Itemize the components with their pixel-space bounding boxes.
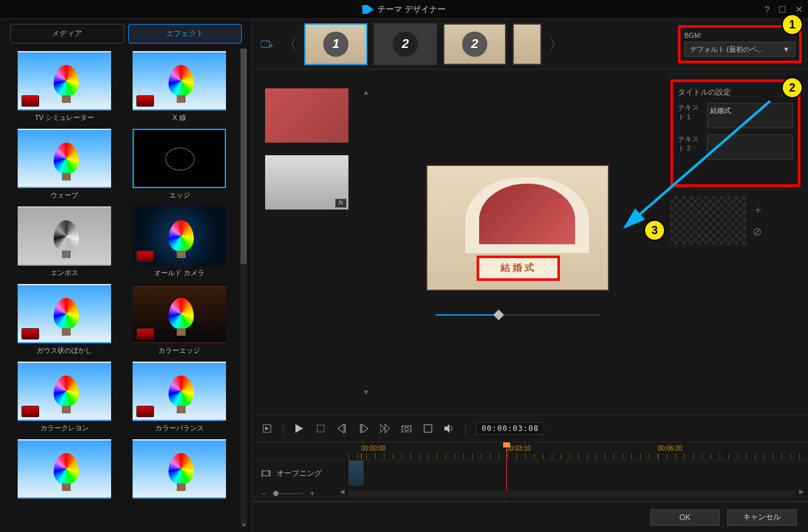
bgm-dropdown[interactable]: デフォルト (最初のペ... ▼ (684, 42, 795, 57)
scroll-up-icon[interactable]: ▲ (363, 88, 370, 96)
svg-marker-18 (444, 424, 449, 433)
svg-marker-6 (265, 427, 269, 430)
help-button[interactable]: ? (764, 4, 769, 15)
timeline-clip[interactable] (348, 461, 364, 486)
svg-marker-9 (338, 424, 344, 433)
timecode-display[interactable]: 00:00:03:08 (476, 422, 544, 435)
right-panel: + 〈 1 2 2 〉 BGM: デフォルト (最初のペ... ▼ 1 (252, 19, 808, 532)
title-settings-heading: タイトルの設定 (678, 87, 793, 98)
svg-rect-17 (424, 425, 432, 432)
timeline: 00:00:00 00:03:10 00:06:20 オープニング (252, 442, 808, 502)
svg-marker-13 (380, 424, 384, 433)
left-panel: メディア エフェクト TV シミュレーター X 線 ウェーブ エッジ エンボス … (0, 19, 252, 532)
strip-slide[interactable] (513, 23, 542, 65)
timeline-ruler[interactable]: 00:00:00 00:03:10 00:06:20 (348, 442, 808, 460)
window-title: テーマ デザイナー (377, 4, 446, 15)
source-clip[interactable] (265, 88, 348, 143)
effect-thumb[interactable] (18, 362, 111, 421)
callout-2: 2 (781, 77, 803, 98)
effect-thumb[interactable] (133, 284, 226, 343)
source-clip[interactable]: fx (265, 155, 348, 210)
close-button[interactable]: ✕ (795, 4, 803, 15)
bgm-panel: BGM: デフォルト (最初のペ... ▼ 1 (678, 25, 802, 63)
progress-slider[interactable] (436, 310, 600, 320)
scroll-down-icon[interactable]: ▼ (363, 388, 370, 396)
effect-thumb[interactable] (133, 51, 226, 110)
bg-preview-checker[interactable] (670, 196, 746, 245)
title-settings-panel: タイトルの設定 テキスト 1 結婚式 テキスト 2 2 (670, 80, 800, 187)
text1-label: テキスト 1 (678, 103, 703, 128)
effect-scrollbar[interactable]: ▲ ▼ (241, 49, 247, 527)
remove-bg-button[interactable]: ⊘ (752, 225, 764, 239)
text1-input[interactable]: 結婚式 (707, 103, 793, 128)
text2-input[interactable] (707, 134, 793, 160)
effect-thumb[interactable] (18, 51, 111, 110)
snapshot-icon[interactable] (401, 423, 412, 434)
effect-thumb[interactable] (18, 284, 111, 343)
volume-icon[interactable] (444, 423, 455, 434)
track-name: オープニング (276, 468, 322, 479)
svg-marker-14 (385, 424, 389, 433)
effect-thumb[interactable] (18, 439, 111, 499)
svg-point-23 (273, 491, 278, 496)
fx-badge-icon: fx (335, 199, 347, 208)
effect-thumb[interactable] (133, 206, 226, 266)
callout-3: 3 (644, 220, 665, 241)
svg-rect-2 (261, 41, 270, 47)
svg-marker-1 (367, 5, 374, 14)
play-icon[interactable] (294, 423, 305, 434)
svg-point-16 (405, 427, 408, 431)
strip-prev-arrow[interactable]: 〈 (279, 35, 300, 54)
strip-slide[interactable]: 1 (304, 23, 367, 65)
track-icon (261, 470, 271, 477)
preview-canvas: 結婚式 (426, 165, 609, 291)
fullscreen-icon[interactable] (422, 423, 434, 434)
strip-slide[interactable]: 2 (443, 23, 506, 65)
cancel-button[interactable]: キャンセル (727, 509, 797, 526)
effect-thumb[interactable] (18, 206, 111, 266)
zoom-in-button[interactable]: + (310, 489, 314, 498)
clip-vertical-scroll[interactable]: ▲ ▼ (360, 69, 372, 415)
strip-next-arrow[interactable]: 〉 (545, 35, 567, 54)
effect-grid: TV シミュレーター X 線 ウェーブ エッジ エンボス オールド カメラ ガウ… (5, 49, 239, 527)
callout-1: 1 (781, 14, 803, 35)
maximize-button[interactable]: ☐ (778, 4, 787, 15)
strip-slide[interactable]: 2 (374, 23, 437, 65)
ok-button[interactable]: OK (650, 509, 720, 526)
zoom-out-button[interactable]: − (261, 489, 266, 498)
svg-rect-8 (317, 425, 324, 432)
track-body[interactable] (348, 461, 808, 486)
tab-effects[interactable]: エフェクト (128, 24, 242, 44)
timeline-hscroll[interactable] (348, 490, 795, 497)
chevron-down-icon: ▼ (783, 45, 790, 53)
preview-title-banner[interactable]: 結婚式 (477, 256, 560, 281)
play-in-icon[interactable] (261, 423, 273, 434)
svg-marker-12 (362, 424, 368, 433)
effect-thumb-selected[interactable] (133, 129, 226, 188)
bgm-label: BGM: (684, 32, 795, 39)
zoom-slider[interactable] (272, 491, 304, 496)
svg-rect-0 (362, 5, 367, 14)
playback-controls: 00:00:03:08 (252, 415, 808, 442)
effect-thumb[interactable] (18, 129, 111, 188)
fast-fwd-icon[interactable] (379, 423, 391, 434)
effect-thumb[interactable] (133, 439, 226, 499)
effect-thumb[interactable] (133, 362, 226, 421)
tab-media[interactable]: メディア (10, 24, 124, 44)
step-fwd-icon[interactable] (358, 423, 369, 434)
svg-text:+: + (270, 42, 273, 49)
text2-label: テキスト 2 (678, 134, 703, 160)
add-bg-button[interactable]: ＋ (752, 202, 764, 217)
stop-icon[interactable] (315, 423, 326, 434)
svg-marker-7 (295, 424, 303, 433)
app-logo-icon (362, 5, 374, 14)
step-back-icon[interactable] (336, 423, 348, 434)
titlebar: テーマ デザイナー ? ☐ ✕ (0, 0, 808, 19)
add-slide-icon[interactable]: + (259, 36, 275, 52)
